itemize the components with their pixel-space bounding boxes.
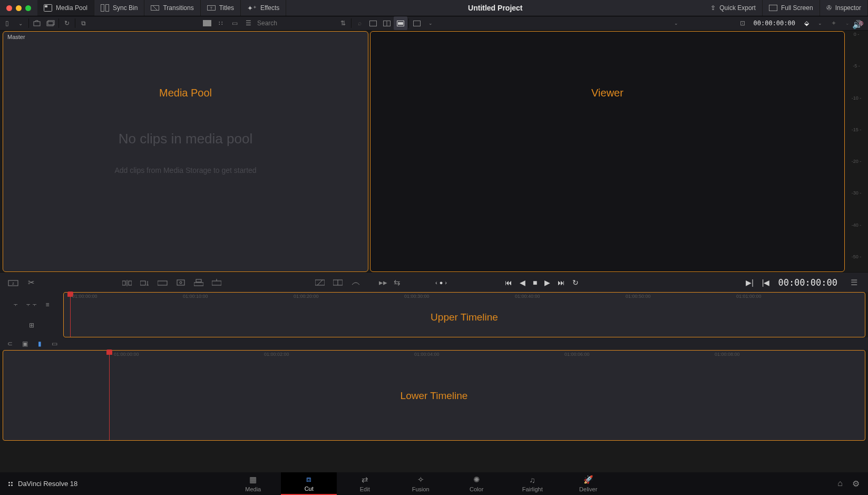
full-screen-button[interactable]: Full Screen (763, 0, 820, 16)
effects-tab[interactable]: ✦⁺ Effects (241, 0, 286, 16)
home-button[interactable]: ⌂ (837, 479, 843, 489)
source-overwrite-button[interactable] (210, 277, 223, 288)
svg-rect-24 (140, 281, 145, 285)
boring-detector-button[interactable]: z (6, 277, 20, 288)
media-pool-tab[interactable]: Media Pool (37, 0, 94, 16)
titles-tab[interactable]: T Titles (201, 0, 241, 16)
svg-point-29 (180, 282, 182, 284)
close-up-button[interactable] (174, 277, 188, 288)
flag-button[interactable]: ▮ (35, 339, 44, 348)
loop-button[interactable]: ↻ (572, 278, 579, 287)
list-view-button[interactable]: ☰ (241, 16, 255, 30)
timeline-timecode[interactable]: 00:00:00:00 (778, 277, 837, 288)
thumbnail-view-button[interactable]: ∷ (214, 16, 228, 30)
resolution-dropdown[interactable] (410, 16, 424, 30)
go-to-start-button[interactable]: ⏮ (505, 278, 512, 287)
inspector-button[interactable]: ✇ Inspector (820, 0, 868, 16)
go-to-end-button[interactable]: ⏭ (558, 278, 565, 287)
maximize-window-button[interactable] (25, 5, 31, 11)
speaker-icon[interactable]: 🔊 (852, 20, 863, 30)
place-on-top-button[interactable] (192, 277, 206, 288)
chevron-down-icon[interactable]: ⌄ (813, 16, 827, 30)
smooth-cut-button[interactable] (331, 277, 345, 288)
cut-page-tab[interactable]: ⧈ Cut (281, 472, 337, 495)
search-input[interactable] (255, 20, 336, 27)
marker-button[interactable]: ▣ (20, 339, 30, 348)
empty-state-hint: Add clips from Media Storage to get star… (114, 166, 256, 174)
timeline-mark: 01:01:00:00 (736, 294, 762, 299)
stop-button[interactable]: ■ (533, 278, 537, 287)
sync-clips-button[interactable]: ↻ (60, 16, 74, 30)
timeline-view-button[interactable] (394, 16, 407, 30)
ripple-overwrite-button[interactable] (156, 277, 170, 288)
audio-trim-button[interactable]: ≡ (42, 299, 53, 310)
metadata-view-button[interactable] (200, 16, 214, 30)
bypass-button[interactable]: ✦ (827, 16, 841, 30)
fusion-page-tab[interactable]: ✧ Fusion (393, 472, 448, 495)
workspace-tabs: ▦ Media ⧈ Cut ⇄ Edit ✧ Fusion ✺ Color ♫ … (225, 472, 616, 495)
meter-mark: -50 - (847, 254, 866, 259)
app-brand: DaVinci Resolve 18 (8, 480, 77, 488)
source-clip-button[interactable] (380, 16, 394, 30)
media-page-tab[interactable]: ▦ Media (225, 472, 281, 495)
upper-timeline-row: ⫟ ⫟⫟ ≡ ⊞ 01:00:00:00 01:00:10:00 01:00:2… (0, 292, 868, 337)
strip-view-button[interactable]: ▭ (228, 16, 241, 30)
bin-list-button[interactable]: ▯ (0, 16, 14, 30)
cut-button[interactable] (349, 277, 363, 288)
fairlight-page-tab[interactable]: ♫ Fairlight (504, 472, 560, 495)
audio-sync-button[interactable]: ▭ (50, 339, 59, 348)
upper-timeline[interactable]: 01:00:00:00 01:00:10:00 01:00:20:00 01:0… (63, 292, 865, 337)
prev-edit-button[interactable]: |◀ (762, 278, 770, 287)
link-proxy-button[interactable]: ⧉ (76, 16, 90, 30)
fast-review-button[interactable]: ▸▸ (376, 277, 390, 288)
color-page-tab[interactable]: ✺ Color (448, 472, 504, 495)
chevron-down-icon[interactable]: ⌄ (424, 16, 437, 30)
minimize-window-button[interactable] (16, 5, 22, 11)
append-button[interactable] (138, 277, 152, 288)
titles-icon: T (207, 4, 216, 12)
play-button[interactable]: ▶ (544, 278, 550, 287)
snapping-button[interactable]: ⊂ (5, 339, 15, 348)
timeline-menu-button[interactable]: ☰ (847, 277, 861, 288)
sync-bin-tab[interactable]: Sync Bin (94, 0, 144, 16)
sort-button[interactable]: ⇅ (336, 16, 350, 30)
video-trim-button[interactable]: ⊞ (26, 319, 37, 331)
lower-timeline[interactable]: 01:00:00:00 01:00:02:00 01:00:04:00 01:0… (3, 350, 865, 441)
transitions-tab[interactable]: Transitions (144, 0, 200, 16)
play-reverse-button[interactable]: ◀ (520, 278, 525, 287)
lower-timeline-header: ⊂ ▣ ▮ ▭ (0, 337, 868, 350)
viewer-panel: Viewer (370, 31, 845, 272)
inspector-label: Inspector (835, 4, 861, 12)
free-playhead-button[interactable]: ⫟⫟ (26, 299, 37, 310)
svg-rect-3 (106, 5, 109, 12)
chevron-down-icon[interactable]: ⌄ (669, 16, 683, 30)
master-bin-tab[interactable]: Master (7, 34, 25, 40)
import-media-button[interactable] (30, 16, 44, 30)
next-edit-button[interactable]: ▶| (746, 278, 754, 287)
close-window-button[interactable] (6, 5, 12, 11)
add-keyframe-button[interactable]: ● (440, 279, 443, 286)
fullscreen-icon (769, 5, 777, 11)
import-folder-button[interactable] (44, 16, 57, 30)
next-keyframe-button[interactable]: › (445, 279, 447, 286)
timeline-options-button[interactable]: ⇆ (390, 277, 404, 288)
source-tape-button[interactable] (366, 16, 380, 30)
dissolve-button[interactable] (313, 277, 327, 288)
lock-playhead-button[interactable]: ⫟ (10, 299, 22, 310)
chevron-down-icon[interactable]: ⌄ (14, 16, 27, 30)
timeline-mark: 01:00:02:00 (264, 352, 289, 357)
search-icon-button[interactable]: ⌕ (353, 16, 366, 30)
safe-area-button[interactable]: ⊡ (736, 16, 749, 30)
split-clip-button[interactable]: ✂ (24, 277, 38, 288)
fairlight-page-icon: ♫ (530, 475, 535, 484)
deliver-page-tab[interactable]: 🚀 Deliver (560, 472, 616, 495)
project-settings-button[interactable]: ⚙ (852, 479, 860, 489)
cut-page-icon: ⧈ (306, 474, 311, 484)
quick-export-button[interactable]: ⇪ Quick Export (704, 0, 763, 16)
prev-keyframe-button[interactable]: ‹ (435, 279, 437, 286)
tools-overlay-button[interactable]: ⬙ (799, 16, 813, 30)
quick-export-label: Quick Export (719, 4, 756, 12)
edit-page-tab[interactable]: ⇄ Edit (337, 472, 393, 495)
smart-insert-button[interactable] (120, 277, 134, 288)
lower-playhead[interactable] (109, 351, 110, 440)
